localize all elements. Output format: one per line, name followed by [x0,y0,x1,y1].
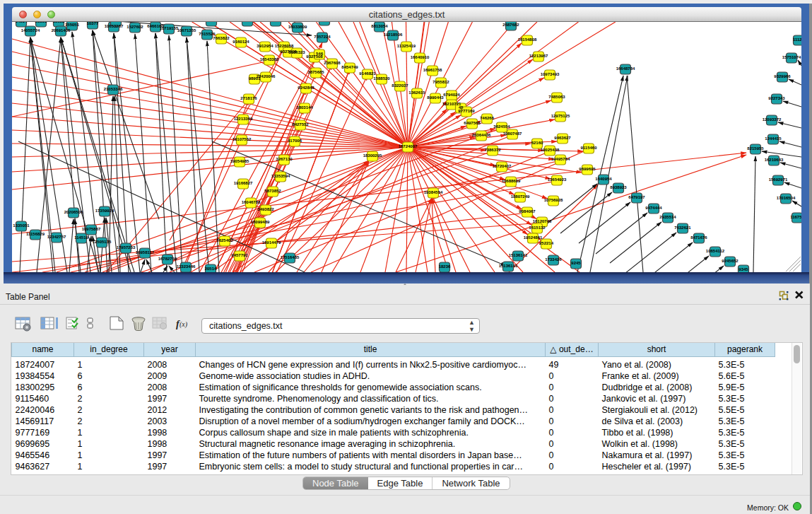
svg-text:15136141: 15136141 [499,264,518,268]
svg-text:1362615: 1362615 [408,90,425,95]
svg-text:9146821: 9146821 [359,71,376,76]
svg-text:10756928: 10756928 [544,198,563,202]
svg-text:98901: 98901 [249,76,261,81]
svg-text:19166827: 19166827 [234,181,253,185]
svg-text:10654112: 10654112 [706,249,725,253]
svg-text:10958117: 10958117 [136,250,155,255]
svg-text:16640910: 16640910 [411,55,430,59]
svg-text:3267130: 3267130 [276,157,293,161]
svg-text:7625402: 7625402 [216,238,233,243]
svg-text:10653: 10653 [53,22,65,23]
svg-text:19495764: 19495764 [551,157,570,161]
svg-text:2803144: 2803144 [296,105,313,110]
svg-text:9245: 9245 [571,261,581,265]
svg-text:8454749: 8454749 [341,65,358,69]
svg-text:19054985: 19054985 [230,159,249,163]
svg-text:9329966: 9329966 [774,74,791,78]
svg-text:18300295: 18300295 [363,153,382,158]
svg-text:1588520: 1588520 [373,76,390,81]
svg-text:10973493: 10973493 [541,72,560,76]
svg-text:9457791: 9457791 [231,253,248,257]
svg-text:116753: 116753 [790,215,801,219]
svg-text:18236: 18236 [439,264,451,269]
svg-text:17516485: 17516485 [281,255,300,259]
svg-text:16782759: 16782759 [158,257,177,261]
svg-text:14055724: 14055724 [21,28,40,33]
svg-text:252214: 252214 [539,241,554,245]
svg-text:16046788: 16046788 [242,200,261,204]
svg-text:18807249: 18807249 [511,194,530,199]
svg-text:12323446: 12323446 [177,264,196,269]
svg-text:19218506: 19218506 [384,33,403,37]
svg-text:15751074: 15751074 [782,55,801,59]
svg-text:9160124: 9160124 [233,40,249,44]
svg-text:11156829: 11156829 [26,232,45,236]
svg-text:8427552: 8427552 [292,122,309,127]
svg-text:417006: 417006 [288,139,302,143]
svg-text:746266: 746266 [480,116,495,120]
svg-text:6497568: 6497568 [464,121,481,125]
svg-text:2367608: 2367608 [324,61,341,65]
svg-text:16914479: 16914479 [262,240,281,245]
svg-text:2718176: 2718176 [240,96,257,100]
svg-text:16210643: 16210643 [765,158,784,162]
svg-text:9155: 9155 [111,22,121,23]
svg-text:11123: 11123 [793,37,801,42]
svg-text:8322037: 8322037 [392,83,408,88]
svg-text:1615132: 1615132 [529,226,546,230]
svg-text:9242848: 9242848 [298,86,314,90]
svg-text:20891: 20891 [35,22,47,23]
svg-text:18724007: 18724007 [399,144,418,148]
svg-text:12213369: 12213369 [234,117,253,121]
svg-text:9084067: 9084067 [519,209,536,214]
svg-text:12975125: 12975125 [551,114,570,118]
svg-text:10807487: 10807487 [503,132,522,136]
svg-text:8215955: 8215955 [747,146,764,151]
svg-text:7632621: 7632621 [674,226,691,230]
svg-text:62160: 62160 [531,141,543,145]
svg-text:12342757: 12342757 [47,235,66,239]
svg-text:10653267: 10653267 [105,24,124,28]
svg-text:3493822: 3493822 [257,207,274,211]
svg-text:16107552: 16107552 [233,137,252,141]
svg-text:(x): (x) [180,320,188,329]
svg-text:7663822: 7663822 [213,36,230,40]
svg-text:546: 546 [316,52,324,56]
svg-text:10377: 10377 [87,22,99,25]
svg-text:16120746: 16120746 [533,219,552,223]
svg-text:17016504: 17016504 [777,196,796,200]
svg-text:21053346: 21053346 [104,87,123,91]
svg-text:12213967: 12213967 [529,54,548,58]
svg-text:10975867: 10975867 [82,227,101,231]
svg-text:7955812: 7955812 [433,80,449,84]
svg-text:8813: 8813 [271,22,281,23]
svg-text:19384554: 19384554 [424,190,443,194]
svg-text:21466: 21466 [206,22,218,23]
svg-text:19524861: 19524861 [524,235,543,240]
svg-text:2935514: 2935514 [659,215,676,219]
svg-text:7386372: 7386372 [484,148,501,152]
svg-text:9463627: 9463627 [554,136,571,140]
svg-text:7485063: 7485063 [548,95,565,99]
svg-text:10719155: 10719155 [160,26,179,30]
svg-text:6479197: 6479197 [628,195,645,199]
svg-text:8938923: 8938923 [610,185,627,189]
svg-text:15692971: 15692971 [769,177,788,182]
svg-text:10025438: 10025438 [541,148,560,152]
svg-text:10671355: 10671355 [177,28,196,33]
svg-text:9345: 9345 [739,267,748,271]
svg-text:15720407: 15720407 [493,164,512,168]
svg-text:13654923: 13654923 [548,177,567,182]
svg-text:2687682: 2687682 [502,23,519,27]
svg-text:3875685: 3875685 [307,70,324,74]
svg-text:3912954: 3912954 [257,44,273,48]
svg-text:9474444: 9474444 [645,206,662,210]
svg-text:9699695: 9699695 [579,167,596,171]
svg-text:16648784: 16648784 [616,66,635,71]
svg-text:16543382: 16543382 [260,57,279,62]
svg-text:6794024: 6794024 [443,93,460,97]
svg-text:20514: 20514 [205,267,217,271]
svg-text:1244415: 1244415 [765,136,782,141]
svg-text:16099489: 16099489 [251,220,270,224]
svg-text:16033809: 16033809 [288,25,307,29]
